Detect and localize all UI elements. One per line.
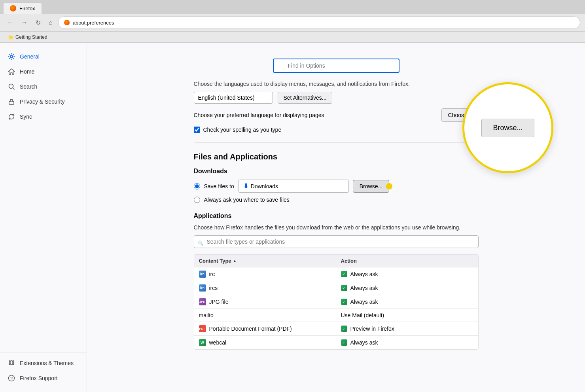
save-files-label: Save files to [204, 183, 234, 189]
home-button[interactable]: ⌂ [46, 17, 55, 28]
page-language-row: Choose your preferred language for displ… [194, 108, 479, 122]
apps-table: Content Type ▲ Action irc irc [194, 254, 479, 350]
bookmark-label: Getting Started [15, 34, 47, 40]
table-row: JPG JPG file ✓ Always ask [194, 295, 478, 309]
svg-text:?: ? [10, 376, 13, 381]
search-apps-wrapper [194, 235, 479, 251]
search-apps-input[interactable] [194, 235, 479, 248]
browse-button[interactable]: Browse... [353, 180, 389, 193]
content-inner: Choose the languages used to display men… [178, 43, 494, 358]
reload-button[interactable]: ↻ [33, 17, 43, 28]
sidebar-item-support[interactable]: ? Firefox Support [0, 371, 87, 386]
bookmark-icon: ⭐ [8, 34, 14, 40]
browser-tabs: Firefox [0, 0, 585, 14]
table-cell-type: PDF Portable Document Format (PDF) [194, 322, 336, 335]
address-text: about:preferences [73, 20, 114, 26]
svg-rect-2 [9, 101, 14, 104]
firefox-address-icon [64, 20, 70, 25]
sidebar-label-sync: Sync [20, 114, 32, 120]
files-applications-section: Files and Applications Downloads Save fi… [194, 152, 479, 203]
sidebar-item-privacy[interactable]: Privacy & Security [0, 94, 87, 109]
save-files-radio[interactable] [194, 183, 200, 189]
svg-point-1 [9, 84, 13, 89]
search-icon [8, 83, 15, 90]
sidebar-item-sync[interactable]: Sync [0, 109, 87, 124]
section-divider [194, 142, 479, 143]
gear-icon [8, 53, 15, 60]
action-icon: ✓ [341, 285, 347, 291]
irc-file-icon: irc [199, 271, 206, 278]
sidebar-item-search[interactable]: Search [0, 79, 87, 94]
zoom-browse-button[interactable]: Browse... [481, 119, 534, 137]
browser-toolbar: ← → ↻ ⌂ about:preferences [0, 14, 585, 31]
always-ask-label: Always ask you where to save files [204, 197, 290, 203]
browser-chrome: Firefox ← → ↻ ⌂ about:preferences [0, 0, 585, 32]
table-cell-action: ✓ Always ask [336, 295, 478, 308]
download-arrow-icon: ⬇ [243, 182, 248, 190]
sidebar-item-general[interactable]: General [0, 49, 87, 64]
table-row: PDF Portable Document Format (PDF) ✓ Pre… [194, 322, 478, 336]
table-cell-action: ✓ Preview in Firefox [336, 322, 478, 335]
col-content-type[interactable]: Content Type ▲ [194, 255, 336, 267]
browse-wrapper: Browse... [353, 180, 389, 193]
sidebar-label-general: General [20, 53, 40, 60]
language-select[interactable]: English (United States) [194, 92, 273, 104]
language-row: English (United States) Set Alternatives… [194, 92, 479, 104]
find-bar-container [194, 51, 479, 81]
app-layout: General Home Search [0, 43, 585, 392]
spell-check-row: Check your spelling as you type [194, 127, 479, 133]
sort-arrow-icon: ▲ [233, 259, 237, 263]
apps-table-header: Content Type ▲ Action [194, 255, 478, 267]
page-lang-description: Choose your preferred language for displ… [194, 112, 324, 118]
bookmark-getting-started[interactable]: ⭐ Getting Started [5, 34, 51, 41]
browser-tab[interactable]: Firefox [3, 2, 42, 14]
sidebar-label-privacy: Privacy & Security [20, 98, 65, 105]
sidebar: General Home Search [0, 43, 87, 392]
spell-check-checkbox[interactable] [194, 127, 200, 133]
action-icon: ✓ [341, 339, 347, 346]
zoom-overlay: Browse... [462, 82, 553, 173]
table-cell-action: Use Mail (default) [336, 309, 478, 322]
sidebar-spacer [0, 124, 87, 349]
sidebar-item-extensions[interactable]: Extensions & Themes [0, 356, 87, 371]
always-ask-radio[interactable] [194, 197, 200, 203]
language-description: Choose the languages used to display men… [194, 81, 479, 87]
table-row: irc irc ✓ Always ask [194, 267, 478, 281]
jpg-file-icon: JPG [199, 298, 206, 305]
save-files-row: Save files to ⬇ Downloads Browse... [194, 180, 479, 193]
find-input-wrapper [273, 59, 399, 73]
action-icon: ✓ [341, 299, 347, 305]
ircs-file-icon: irc [199, 284, 206, 292]
table-row: mailto Use Mail (default) [194, 309, 478, 322]
sidebar-bottom: Extensions & Themes ? Firefox Support [0, 352, 87, 386]
back-button[interactable]: ← [5, 17, 16, 28]
table-cell-type: irc ircs [194, 281, 336, 295]
downloads-path: Downloads [251, 183, 278, 189]
sidebar-label-home: Home [20, 68, 34, 75]
firefox-tab-icon [10, 5, 16, 11]
table-cell-type: mailto [194, 309, 336, 322]
browse-dot-indicator [386, 183, 392, 189]
table-cell-action: ✓ Always ask [336, 268, 478, 280]
address-bar[interactable]: about:preferences [58, 16, 580, 29]
language-section: Choose the languages used to display men… [194, 81, 479, 133]
sidebar-item-home[interactable]: Home [0, 64, 87, 79]
downloads-title: Downloads [194, 168, 479, 175]
table-cell-type: irc irc [194, 267, 336, 281]
sync-icon [8, 113, 15, 120]
puzzle-icon [8, 360, 15, 367]
action-icon: ✓ [341, 271, 347, 277]
find-in-options-input[interactable] [273, 59, 399, 73]
always-ask-row: Always ask you where to save files [194, 197, 479, 203]
tab-label: Firefox [19, 6, 35, 11]
applications-description: Choose how Firefox handles the files you… [194, 224, 479, 231]
spell-check-label: Check your spelling as you type [203, 127, 282, 133]
set-alternatives-button[interactable]: Set Alternatives... [278, 92, 333, 104]
files-section-title: Files and Applications [194, 152, 479, 161]
forward-button[interactable]: → [19, 17, 30, 28]
main-content: Choose the languages used to display men… [87, 43, 585, 392]
webcal-file-icon: W [199, 339, 206, 346]
sidebar-label-extensions: Extensions & Themes [20, 360, 74, 366]
help-icon: ? [8, 375, 15, 382]
table-cell-type: W webcal [194, 336, 336, 349]
